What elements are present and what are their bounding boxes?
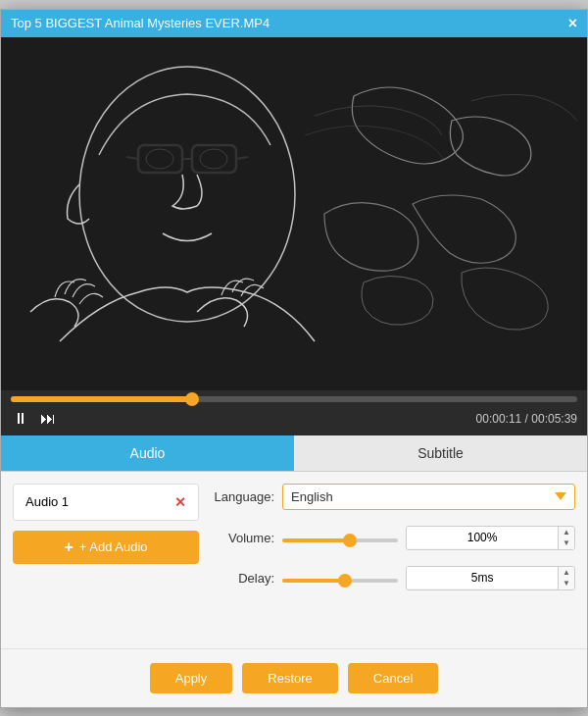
language-row: Language: English French Spanish German …: [211, 484, 575, 510]
content-area: Audio 1 ✕ + + Add Audio Language: Englis…: [1, 472, 587, 648]
delay-row: Delay: ▲ ▼: [211, 566, 575, 590]
tab-subtitle[interactable]: Subtitle: [294, 435, 587, 471]
delay-up-button[interactable]: ▲: [559, 567, 574, 579]
close-button[interactable]: ×: [568, 16, 577, 31]
delay-spinner: ▲ ▼: [406, 566, 575, 590]
volume-up-button[interactable]: ▲: [559, 527, 574, 538]
volume-row: Volume: ▲ ▼: [211, 526, 575, 550]
audio-list: Audio 1 ✕: [13, 484, 199, 521]
apply-button[interactable]: Apply: [150, 663, 233, 693]
delay-slider-container: [282, 571, 398, 586]
volume-slider[interactable]: [282, 538, 398, 542]
total-time: 00:05:39: [531, 412, 577, 426]
delay-slider[interactable]: [282, 579, 398, 583]
progress-fill: [11, 396, 192, 402]
volume-slider-container: [282, 531, 398, 545]
volume-value-input[interactable]: [407, 527, 558, 548]
progress-thumb[interactable]: [185, 392, 199, 406]
add-audio-label: + Add Audio: [79, 539, 148, 554]
volume-down-button[interactable]: ▼: [559, 537, 574, 549]
progress-track[interactable]: [11, 396, 577, 402]
bottom-bar: Apply Restore Cancel: [1, 648, 587, 707]
time-display: 00:00:11 / 00:05:39: [476, 412, 577, 426]
tab-audio[interactable]: Audio: [1, 435, 294, 471]
playback-row: ⏸ ⏭ 00:00:11 / 00:05:39: [11, 408, 577, 430]
tabs-row: Audio Subtitle: [1, 435, 587, 472]
volume-arrows: ▲ ▼: [558, 527, 574, 549]
video-area: [1, 37, 587, 390]
delay-label: Delay:: [211, 571, 274, 586]
window-title: Top 5 BIGGEST Animal Mysteries EVER.MP4: [11, 16, 270, 30]
current-time: 00:00:11: [476, 412, 522, 426]
audio-item-label: Audio 1: [25, 494, 69, 509]
language-select[interactable]: English French Spanish German Chinese Ja…: [282, 484, 575, 510]
audio-item: Audio 1 ✕: [20, 490, 192, 514]
progress-row: [11, 396, 577, 402]
volume-spinner: ▲ ▼: [406, 526, 575, 550]
volume-label: Volume:: [211, 531, 274, 545]
audio-panel: Audio 1 ✕ + + Add Audio: [13, 484, 199, 637]
play-pause-button[interactable]: ⏸: [11, 408, 30, 430]
video-placeholder: [1, 37, 587, 390]
cancel-button[interactable]: Cancel: [348, 663, 438, 693]
restore-button[interactable]: Restore: [242, 663, 338, 693]
controls-bar: ⏸ ⏭ 00:00:11 / 00:05:39: [1, 390, 587, 435]
settings-panel: Language: English French Spanish German …: [211, 484, 575, 637]
audio-item-remove-button[interactable]: ✕: [174, 494, 186, 510]
title-bar: Top 5 BIGGEST Animal Mysteries EVER.MP4 …: [1, 10, 587, 37]
add-audio-button[interactable]: + + Add Audio: [13, 531, 199, 564]
language-label: Language:: [211, 489, 274, 504]
skip-forward-button[interactable]: ⏭: [38, 408, 58, 430]
delay-down-button[interactable]: ▼: [559, 578, 574, 589]
delay-value-input[interactable]: [407, 567, 558, 588]
delay-arrows: ▲ ▼: [558, 567, 574, 589]
playback-buttons: ⏸ ⏭: [11, 408, 58, 430]
main-window: Top 5 BIGGEST Animal Mysteries EVER.MP4 …: [0, 9, 588, 708]
plus-icon: +: [64, 538, 73, 556]
